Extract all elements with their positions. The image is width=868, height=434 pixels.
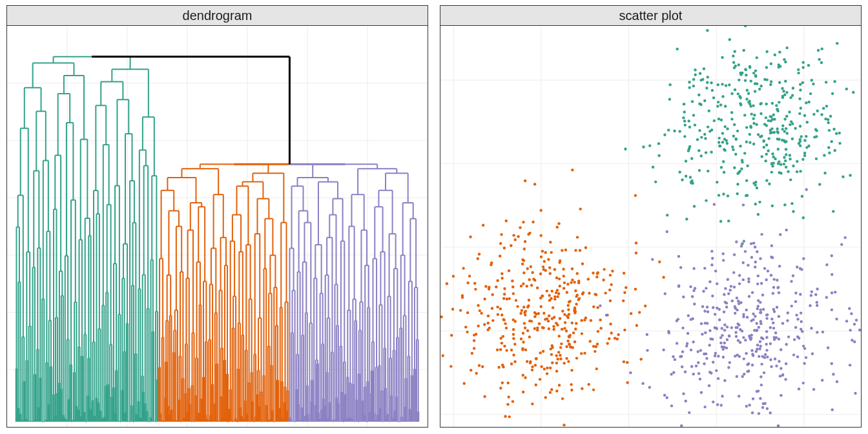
svg-point-2231 — [563, 274, 565, 277]
svg-point-2791 — [724, 301, 727, 304]
svg-point-1853 — [752, 143, 755, 145]
svg-point-2018 — [791, 138, 794, 140]
svg-point-2806 — [681, 327, 684, 329]
svg-point-2064 — [648, 144, 651, 147]
svg-point-2565 — [553, 316, 555, 318]
svg-point-2413 — [464, 326, 467, 328]
svg-point-2438 — [499, 387, 502, 389]
svg-point-1826 — [666, 214, 668, 216]
svg-point-2314 — [595, 367, 598, 370]
svg-point-1991 — [818, 183, 821, 185]
svg-point-2400 — [583, 352, 586, 355]
svg-point-2640 — [710, 250, 713, 253]
svg-point-2310 — [581, 262, 584, 265]
svg-point-1829 — [809, 92, 812, 95]
svg-point-1926 — [683, 135, 686, 138]
svg-point-2353 — [483, 323, 486, 326]
svg-point-3000 — [754, 265, 756, 268]
svg-point-2852 — [735, 240, 738, 243]
svg-point-2708 — [721, 334, 723, 336]
svg-point-2567 — [505, 327, 508, 329]
svg-point-2573 — [528, 320, 531, 322]
svg-point-2136 — [828, 152, 831, 154]
svg-point-2549 — [636, 324, 638, 327]
svg-point-2183 — [772, 161, 775, 164]
svg-point-2370 — [597, 330, 599, 333]
svg-point-2342 — [506, 298, 508, 300]
svg-point-2248 — [503, 293, 506, 295]
svg-point-2210 — [744, 68, 747, 70]
svg-point-2426 — [596, 343, 599, 346]
svg-point-2583 — [512, 337, 515, 340]
svg-point-2948 — [704, 322, 707, 324]
svg-point-2219 — [524, 376, 526, 378]
svg-point-2216 — [626, 381, 628, 384]
svg-point-2949 — [825, 264, 828, 266]
svg-point-2967 — [700, 391, 703, 394]
svg-point-1899 — [740, 167, 743, 170]
svg-point-1972 — [761, 155, 763, 158]
svg-point-2324 — [466, 311, 469, 314]
svg-point-2160 — [780, 163, 782, 165]
svg-point-2063 — [733, 123, 736, 126]
svg-point-2813 — [780, 367, 782, 369]
svg-point-2578 — [532, 271, 534, 274]
svg-point-2689 — [840, 243, 843, 245]
svg-point-2502 — [470, 369, 472, 371]
svg-point-2834 — [728, 289, 731, 291]
svg-point-2084 — [803, 114, 806, 117]
svg-point-2459 — [495, 285, 497, 288]
svg-point-2096 — [739, 145, 741, 147]
svg-point-2536 — [490, 264, 492, 266]
svg-point-2479 — [496, 349, 499, 351]
svg-point-2525 — [574, 310, 577, 313]
svg-point-2709 — [758, 355, 760, 358]
svg-point-2334 — [510, 349, 513, 351]
svg-point-2537 — [568, 300, 570, 303]
svg-point-2317 — [594, 350, 596, 353]
svg-point-1962 — [822, 107, 825, 110]
svg-point-2922 — [757, 274, 760, 277]
svg-point-2698 — [714, 352, 717, 355]
svg-point-1925 — [820, 61, 823, 64]
svg-point-2947 — [739, 328, 741, 331]
svg-point-1858 — [744, 26, 747, 27]
svg-point-2503 — [523, 311, 526, 314]
svg-point-1997 — [799, 145, 801, 147]
svg-point-2108 — [820, 113, 823, 116]
svg-point-2378 — [570, 369, 573, 371]
svg-point-2807 — [805, 188, 807, 191]
svg-point-1848 — [744, 79, 747, 81]
svg-point-2931 — [793, 338, 796, 341]
svg-point-2092 — [753, 114, 756, 116]
svg-point-2879 — [687, 315, 690, 317]
svg-point-1886 — [782, 90, 785, 92]
svg-point-2780 — [825, 296, 828, 298]
svg-point-2330 — [496, 279, 499, 282]
svg-point-2006 — [763, 123, 766, 125]
svg-point-2002 — [805, 135, 807, 138]
svg-point-2100 — [798, 98, 801, 100]
svg-point-2815 — [792, 274, 794, 277]
svg-point-2345 — [608, 289, 611, 291]
svg-point-1942 — [778, 101, 780, 103]
svg-point-2134 — [706, 81, 708, 83]
svg-point-2685 — [801, 382, 804, 384]
svg-point-1894 — [803, 154, 806, 157]
svg-point-2298 — [534, 364, 537, 366]
svg-point-2944 — [662, 349, 665, 351]
svg-point-1934 — [800, 107, 802, 109]
svg-point-2642 — [769, 358, 772, 361]
svg-point-2301 — [540, 366, 542, 368]
svg-point-2306 — [610, 283, 612, 285]
svg-point-2816 — [713, 203, 716, 205]
svg-point-2830 — [752, 242, 755, 244]
svg-point-2706 — [676, 320, 678, 322]
svg-point-2939 — [708, 344, 710, 346]
svg-point-1955 — [730, 92, 733, 95]
svg-point-2506 — [535, 357, 537, 360]
svg-point-2828 — [723, 379, 726, 382]
svg-point-2493 — [480, 312, 482, 315]
svg-point-2189 — [796, 170, 798, 173]
svg-point-2257 — [491, 319, 494, 322]
